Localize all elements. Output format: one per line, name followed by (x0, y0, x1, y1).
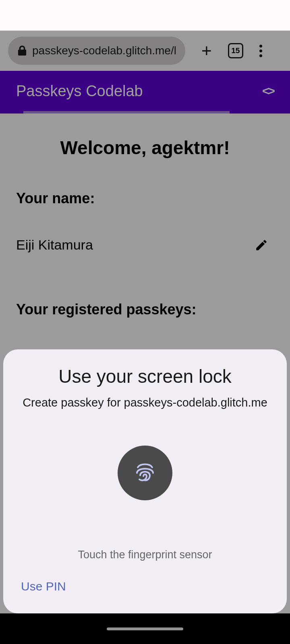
sheet-subtitle: Create passkey for passkeys-codelab.glit… (21, 396, 269, 409)
fingerprint-icon (132, 460, 158, 486)
fingerprint-sensor[interactable] (118, 446, 172, 500)
sheet-hint: Touch the fingerprint sensor (21, 549, 269, 561)
biometric-sheet: Use your screen lock Create passkey for … (3, 349, 287, 613)
sheet-title: Use your screen lock (21, 365, 269, 387)
use-pin-button[interactable]: Use PIN (21, 580, 66, 593)
status-bar (0, 0, 290, 31)
